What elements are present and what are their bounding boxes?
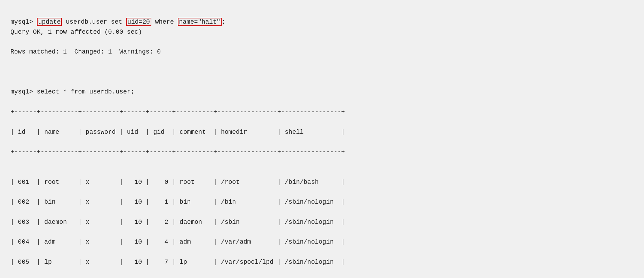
table-body: | 001 | root | x | 10 | 0 | root | /root… xyxy=(10,167,634,278)
table-sep-header: +------+----------+----------+------+---… xyxy=(10,147,634,157)
table-header: | id | name | password | uid | gid | com… xyxy=(10,127,634,137)
table-sep-top: +------+----------+----------+------+---… xyxy=(10,107,634,117)
table-row: | 003 | daemon | x | 10 | 2 | daemon | /… xyxy=(10,217,634,227)
terminal: mysql> update userdb.user set uid=20 whe… xyxy=(10,7,634,167)
keyword-update: update xyxy=(37,18,62,26)
select-command-line: mysql> select * from userdb.user; xyxy=(10,87,634,97)
keyword-uid: uid=20 xyxy=(126,18,151,26)
table-row: | 004 | adm | x | 10 | 4 | adm | /var/ad… xyxy=(10,237,634,247)
cmd-mid: userdb.user set xyxy=(62,18,126,25)
blank-line-1 xyxy=(10,67,634,77)
cmd-end: ; xyxy=(222,18,225,25)
table-row: | 001 | root | x | 10 | 0 | root | /root… xyxy=(10,177,634,187)
command-line-1: mysql> update userdb.user set uid=20 whe… xyxy=(10,17,634,27)
keyword-name: name="halt" xyxy=(178,18,222,26)
table-row: | 005 | lp | x | 10 | 7 | lp | /var/spoo… xyxy=(10,257,634,267)
prompt-1: mysql> xyxy=(10,18,37,25)
cmd-where: where xyxy=(151,18,178,25)
query-ok-line: Query OK, 1 row affected (0.00 sec) xyxy=(10,27,634,37)
prompt-2: mysql> xyxy=(10,88,37,95)
rows-matched-line: Rows matched: 1 Changed: 1 Warnings: 0 xyxy=(10,47,634,57)
select-cmd: select * from userdb.user; xyxy=(37,88,135,95)
table-row: | 002 | bin | x | 10 | 1 | bin | /bin | … xyxy=(10,197,634,207)
